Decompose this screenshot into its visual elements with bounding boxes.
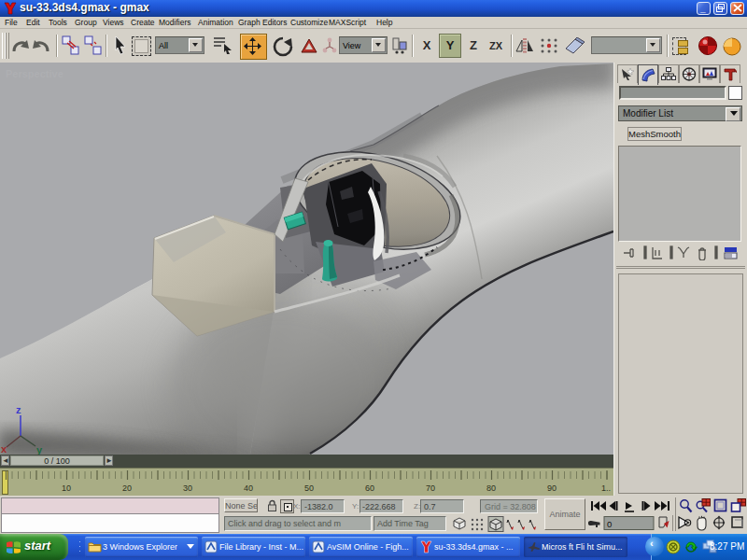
svg-text:y: y <box>36 444 43 455</box>
svg-text:80: 80 <box>486 483 496 493</box>
svg-text:60: 60 <box>365 483 374 493</box>
svg-text:z: z <box>16 404 21 415</box>
svg-text:10: 10 <box>62 483 71 493</box>
svg-text:x: x <box>1 443 7 455</box>
svg-text:50: 50 <box>304 483 314 493</box>
svg-text:30: 30 <box>183 483 192 493</box>
svg-text:40: 40 <box>244 483 253 493</box>
svg-text:0: 0 <box>607 519 612 529</box>
svg-text:Perspective: Perspective <box>6 68 63 79</box>
svg-text:90: 90 <box>547 483 557 493</box>
svg-text:20: 20 <box>122 483 132 493</box>
svg-text:70: 70 <box>426 483 435 493</box>
svg-text:1..: 1.. <box>601 483 611 493</box>
